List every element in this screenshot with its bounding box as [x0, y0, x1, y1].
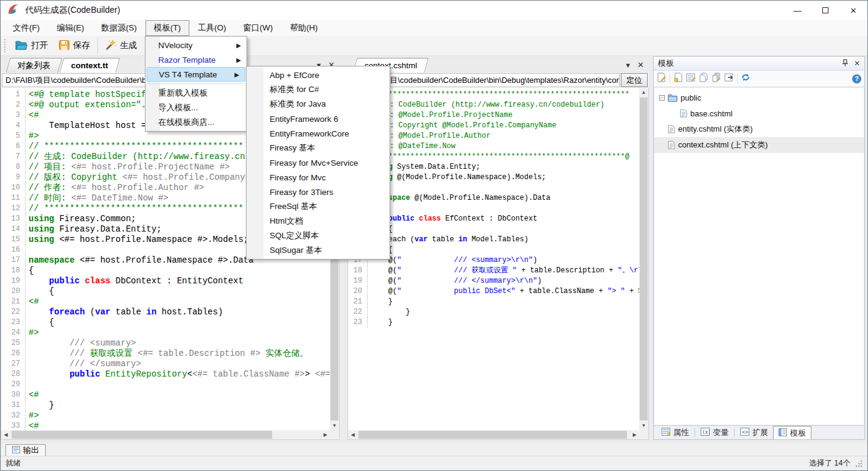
close-button[interactable]: ✕ — [839, 1, 867, 20]
line-number: 1 — [1, 90, 26, 100]
scroll-thumb[interactable] — [359, 431, 627, 439]
code-text: } — [371, 307, 410, 317]
document-tab[interactable]: 对象列表 — [6, 58, 63, 73]
menu-item-label: Html文档 — [270, 216, 303, 227]
svg-text:(x): (x) — [702, 430, 710, 435]
code-line: 18 @(" /// 获取或设置 " + table.Description +… — [348, 266, 639, 276]
right-code-editor[interactable]: 1@**************************************… — [348, 88, 649, 440]
help-icon[interactable]: ? — [852, 74, 861, 83]
resize-grip[interactable] — [855, 460, 863, 467]
open-button[interactable]: 打开 — [10, 37, 54, 54]
menu-item[interactable]: Abp + EfCore — [247, 68, 390, 82]
locate-button[interactable]: 定位 — [621, 73, 648, 87]
menu-item-label: EntityFrameworkCore — [270, 129, 349, 138]
scroll-left-icon[interactable]: ◀ — [1, 430, 10, 439]
menu-item[interactable]: 标准类 for C# — [247, 82, 390, 97]
maximize-button[interactable] — [811, 1, 839, 20]
scroll-down-icon[interactable]: ▼ — [639, 421, 648, 430]
menubar-item[interactable]: 模板(T) — [145, 20, 189, 36]
menubar-item[interactable]: 编辑(E) — [48, 20, 93, 36]
line-number: 13 — [1, 214, 26, 224]
menu-item[interactable]: Fireasy for 3Tiers — [247, 185, 390, 199]
tree-expander-icon[interactable]: − — [659, 95, 665, 101]
code-text: 项目: @Model.Profile.ProjectName — [371, 110, 513, 121]
scroll-right-icon[interactable]: ▶ — [630, 430, 639, 439]
duplicate-template-icon[interactable] — [712, 73, 721, 85]
tab-extensions[interactable]: <> 扩展 — [735, 426, 773, 439]
code-line: 20 @(" public DbSet<" + table.ClassName … — [348, 286, 639, 297]
menu-item-label: Fireasy for 3Tiers — [270, 188, 334, 197]
edit-template-icon[interactable] — [657, 73, 667, 85]
menubar-item[interactable]: 窗口(W) — [235, 20, 282, 36]
splitter[interactable] — [649, 56, 653, 444]
right-editor-group: context.cshtml ▼ ✕ D:\FAIB\项目\codebuilde… — [348, 56, 649, 444]
scroll-thumb[interactable] — [640, 97, 648, 420]
menu-item[interactable]: 标准类 for Java — [247, 97, 390, 112]
generate-button[interactable]: 生成 — [100, 37, 142, 54]
output-tab[interactable]: 输出 — [5, 444, 46, 456]
code-line: 21<# — [1, 297, 330, 307]
refresh-icon[interactable] — [741, 73, 751, 85]
menu-item[interactable]: EntityFramework 6 — [247, 112, 390, 126]
toolbar-separator — [97, 38, 98, 53]
tab-variables[interactable]: (x) 变量 — [696, 426, 733, 439]
menu-item[interactable]: Fireasy for Mvc+Service — [247, 155, 390, 170]
menu-item[interactable]: 重新载入模板 — [145, 86, 247, 101]
menu-item[interactable]: Razor Template▶ — [145, 52, 247, 67]
left-horizontal-scrollbar[interactable]: ◀ ▶ — [1, 430, 330, 439]
menu-item[interactable]: SQL定义脚本 — [247, 228, 390, 243]
scroll-right-icon[interactable]: ▶ — [321, 430, 330, 439]
template-panel-toolbar: ? — [654, 71, 864, 87]
tree-item[interactable]: base.cshtml — [654, 105, 864, 121]
menubar-item[interactable]: 数据源(S) — [93, 20, 145, 36]
menu-item[interactable]: 在线模板商店... — [145, 115, 247, 130]
line-number: 18 — [1, 266, 26, 276]
tab-templates[interactable]: 模板 — [773, 426, 811, 439]
tree-item[interactable]: entity.cshtml (实体类) — [654, 121, 864, 137]
save-button[interactable]: 保存 — [54, 37, 96, 54]
copy-template-icon[interactable] — [699, 73, 709, 85]
menu-item-label: Fireasy for Mvc — [270, 173, 326, 182]
menu-item[interactable]: Html文档 — [247, 214, 390, 228]
menu-item[interactable]: SqlSugar 基本 — [247, 243, 390, 258]
menubar-item[interactable]: 工具(O) — [189, 20, 235, 36]
minimize-button[interactable]: — — [783, 1, 811, 20]
scroll-left-icon[interactable]: ◀ — [348, 430, 357, 439]
document-tab[interactable]: context.tt — [60, 58, 121, 73]
tree-item[interactable]: context.cshtml (上下文类) — [654, 137, 864, 153]
menu-item-label: Fireasy 基本 — [270, 143, 315, 154]
close-document-icon[interactable]: ✕ — [637, 60, 644, 69]
scroll-thumb[interactable] — [12, 431, 272, 439]
menu-item[interactable]: FreeSql 基本 — [247, 199, 390, 214]
new-template-icon[interactable] — [673, 73, 683, 85]
code-text: namespace <#= host.Profile.Namespace #>.… — [29, 255, 254, 266]
rename-template-icon[interactable] — [686, 73, 696, 85]
workspace: 对象列表context.tt ▼ ✕ D:\FAIB\项目\codebuilde… — [1, 56, 867, 444]
menu-item[interactable]: NVelocity▶ — [145, 38, 247, 52]
scroll-down-icon[interactable]: ▼ — [330, 421, 339, 430]
toolbar-grip[interactable] — [4, 39, 7, 52]
code-line: 16 { — [348, 245, 639, 255]
svg-text:<>: <> — [742, 429, 749, 435]
tab-properties[interactable]: 属性 — [657, 426, 694, 439]
menu-item[interactable]: EntityFrameworkCore — [247, 126, 390, 141]
right-horizontal-scrollbar[interactable]: ◀ ▶ — [348, 430, 639, 439]
menu-item[interactable]: Fireasy for Mvc — [247, 170, 390, 185]
chevron-down-icon[interactable]: ▼ — [625, 62, 631, 69]
menubar-item[interactable]: 帮助(H) — [281, 20, 326, 36]
export-template-icon[interactable] — [724, 73, 734, 85]
menu-item[interactable]: 导入模板... — [145, 101, 247, 115]
code-line: 26 /// 获取或设置 <#= table.Description #> 实体… — [1, 349, 330, 359]
right-vertical-scrollbar[interactable]: ▲ ▼ — [639, 88, 648, 430]
file-icon — [680, 109, 687, 118]
pin-icon[interactable] — [842, 59, 849, 68]
menu-item[interactable]: VS T4 Template▶ — [147, 67, 245, 82]
line-number: 30 — [1, 390, 26, 400]
code-text: // 时间: <#= DateTime.Now #> — [29, 193, 169, 204]
close-panel-icon[interactable]: ✕ — [854, 59, 860, 68]
menu-item[interactable]: Fireasy 基本 — [247, 141, 390, 155]
tree-item[interactable]: −public — [654, 90, 864, 105]
menubar-item[interactable]: 文件(F) — [4, 20, 48, 36]
scroll-up-icon[interactable]: ▲ — [639, 88, 648, 97]
code-line: 23 } — [348, 317, 639, 328]
